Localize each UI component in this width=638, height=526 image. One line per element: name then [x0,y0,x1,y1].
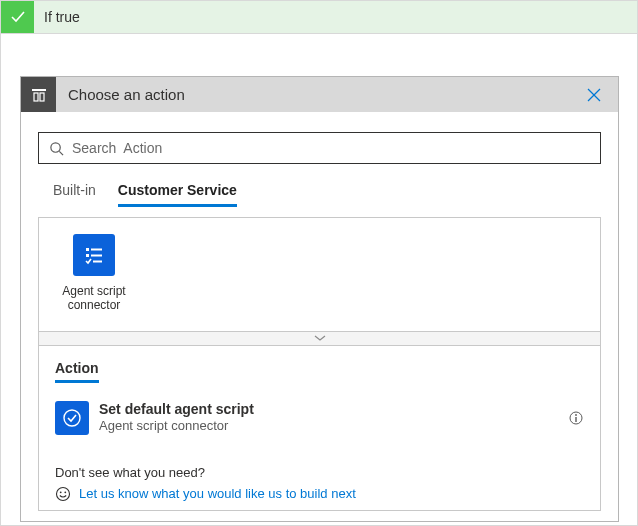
action-item-title: Set default agent script [99,401,568,419]
check-icon [1,1,34,33]
svg-rect-1 [34,93,38,101]
connector-label: Agent script connector [55,284,133,313]
svg-point-17 [60,491,62,493]
smile-icon [55,486,71,502]
action-heading: Action [55,360,99,383]
agent-script-connector-icon [73,234,115,276]
svg-rect-7 [86,248,89,251]
if-true-bar: If true [1,1,637,34]
svg-point-12 [64,410,80,426]
svg-point-16 [57,487,70,500]
search-input-wrap[interactable] [38,132,601,164]
expand-connectors[interactable] [39,331,600,345]
search-input[interactable] [64,139,590,157]
action-set-default-agent-script[interactable]: Set default agent script Agent script co… [55,397,584,439]
svg-point-14 [575,414,577,416]
action-panel-icon [21,77,56,112]
tab-built-in[interactable]: Built-in [53,182,96,207]
info-icon [569,411,583,425]
panel-title: Choose an action [68,86,580,103]
tab-customer-service[interactable]: Customer Service [118,182,237,207]
svg-rect-2 [40,93,44,101]
condition-branch-title: If true [34,1,80,33]
svg-rect-10 [91,255,102,257]
svg-point-18 [64,491,66,493]
svg-line-6 [59,151,63,155]
svg-rect-9 [86,254,89,257]
close-icon [587,88,601,102]
panel-header: Choose an action [21,77,618,112]
chevron-down-icon [313,334,327,342]
search-icon [49,141,64,156]
connector-agent-script[interactable]: Agent script connector [55,234,133,313]
svg-rect-15 [575,417,576,422]
action-item-subtitle: Agent script connector [99,418,568,434]
footer-question: Don't see what you need? [55,465,584,480]
svg-rect-0 [32,89,46,91]
action-item-icon [55,401,89,435]
feedback-link[interactable]: Let us know what you would like us to bu… [79,486,356,501]
svg-rect-8 [91,249,102,251]
close-button[interactable] [580,81,608,109]
svg-rect-11 [93,261,102,263]
svg-point-5 [51,142,60,151]
action-info-button[interactable] [568,410,584,426]
category-tabs: Built-in Customer Service [38,182,601,207]
